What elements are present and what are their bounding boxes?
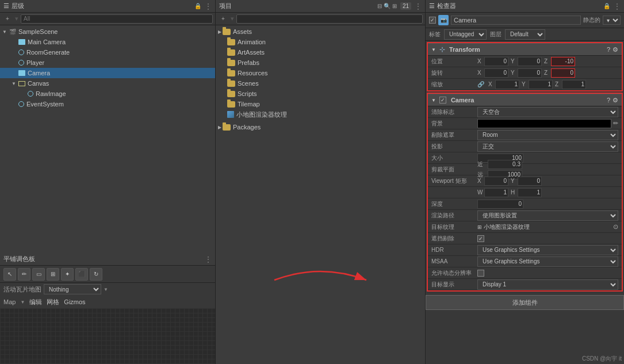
tilemap-active-dropdown[interactable]: Nothing [44,284,101,294]
target-display-dropdown[interactable]: Display 1 [477,279,618,290]
vp-x-input[interactable] [484,177,508,186]
scale-y-input[interactable] [529,80,553,89]
hierarchy-item-roomgenerate[interactable]: RoomGenerate [0,47,215,58]
project-item-scripts[interactable]: Scripts [216,89,425,99]
project-item-packages[interactable]: ▶ Packages [216,122,425,132]
depth-label: 深度 [431,200,477,208]
vp-w-input[interactable] [484,188,508,197]
tilemap-active-arrow: ▼ [104,287,108,292]
project-item-scenes[interactable]: Scenes [216,78,425,89]
tag-dropdown[interactable]: Untagged [444,29,487,40]
occlusion-checkbox[interactable] [477,235,484,242]
obj-name-input[interactable] [451,16,581,25]
transform-help-icon[interactable]: ? [607,46,610,53]
camera-active-checkbox[interactable] [439,97,446,104]
tilemap-edit-label[interactable]: 编辑 [29,298,42,306]
projection-dropdown[interactable]: 正交 [477,141,618,152]
near-input[interactable] [488,160,522,169]
vp-y-input[interactable] [518,177,542,186]
tilemap-more-icon[interactable]: ⋮ [205,255,212,263]
scale-z-input[interactable] [562,80,586,89]
occlusion-row: 遮挡剔除 [428,233,622,244]
transform-position-row: 位置 X Y Z [428,56,622,67]
hierarchy-add-button[interactable]: + [2,14,13,24]
project-item-resources[interactable]: Resources [216,68,425,78]
transform-component-icons: ? ⚙ [607,46,618,53]
hierarchy-lock-icon[interactable]: 🔒 [194,3,201,9]
camera-settings-icon[interactable]: ⚙ [612,97,618,104]
project-item-tilemaptexture[interactable]: 小地图渲染器纹理 [216,109,425,120]
hierarchy-item-eventsystem[interactable]: EventSystem [0,99,215,109]
red-arrow-svg [263,257,378,303]
project-item-assets[interactable]: ▶ Assets [216,26,425,37]
tilemap-gizmos-label[interactable]: Gizmos [64,298,85,305]
rot-y-input[interactable] [518,68,542,78]
project-search-input[interactable] [236,14,423,24]
size-label: 大小 [431,154,477,162]
project-more-icon[interactable]: ⋮ [415,2,422,10]
transform-title: Transform [449,46,480,53]
project-item-prefabs[interactable]: Prefabs [216,58,425,68]
render-path-dropdown[interactable]: 使用图形设置 [477,210,618,221]
hierarchy-item-rawimage[interactable]: RawImage [0,89,215,99]
viewport-label: Viewport 矩形 [431,177,477,185]
inspector-more-icon[interactable]: ⋮ [614,2,621,10]
camera-title: Camera [451,97,474,104]
add-component-button[interactable]: 添加组件 [426,295,624,310]
tilemap-grid-label[interactable]: 网格 [47,298,59,306]
rot-z-input[interactable] [551,68,575,78]
clipping-row: 剪裁平面 近 远 [428,164,622,175]
clear-flags-row: 清除标志 天空合 [428,106,622,118]
tilemap-fill-tool[interactable]: ⬛ [75,268,88,281]
hdr-dropdown[interactable]: Use Graphics Settings [477,245,618,255]
color-picker-icon[interactable]: ✏ [613,120,618,127]
vp-h-input[interactable] [518,188,542,197]
target-display-row: 目标显示 Display 1 [428,279,622,290]
project-item-animation[interactable]: Animation [216,37,425,47]
tilemap-select-tool[interactable]: ↖ [3,268,16,281]
projection-row: 投影 正交 [428,141,622,152]
tilemap-rotate-tool[interactable]: ↻ [90,268,102,281]
pos-z-input[interactable] [551,57,575,66]
tilemap-pick-tool[interactable]: ⊞ [47,268,59,281]
camera-help-icon[interactable]: ? [607,97,610,104]
camera-header[interactable]: ▼ Camera ? ⚙ [428,94,622,106]
project-item-artassets[interactable]: ArtAssets [216,47,425,58]
dynamic-res-checkbox[interactable] [477,270,484,277]
artassets-folder-icon [227,49,235,56]
background-color-swatch[interactable] [477,119,611,128]
project-add-button[interactable]: + [218,14,228,24]
culling-mask-dropdown[interactable]: Room [477,130,618,140]
hierarchy-search-input[interactable] [21,14,213,24]
hierarchy-item-camera[interactable]: Camera [0,68,215,78]
tilemap-paint-tool[interactable]: ✏ [18,268,30,281]
hierarchy-item-samplescene[interactable]: ▼ 🎬 SampleScene [0,26,215,37]
scale-x-input[interactable] [495,80,519,89]
obj-active-checkbox[interactable] [429,17,436,24]
tilemap-map-label: Map [3,298,16,305]
hierarchy-item-maincamera[interactable]: Main Camera [0,37,215,47]
project-count-badge: 21 [400,2,411,10]
arrow-area [216,196,425,365]
tilemap-rect-tool[interactable]: ▭ [32,268,45,281]
target-texture-select-icon[interactable]: ⊙ [613,223,618,231]
rot-x-input[interactable] [484,68,508,78]
project-item-tilemap[interactable]: Tilemap [216,99,425,109]
static-dropdown[interactable]: ▾ [603,16,621,25]
transform-rotation-row: 旋转 X Y Z [428,67,622,79]
hierarchy-more-icon[interactable]: ⋮ [205,2,212,10]
depth-input[interactable] [477,200,523,209]
pos-x-input[interactable] [484,57,508,66]
transform-header[interactable]: ▼ ⊹ Transform ? ⚙ [428,43,622,56]
inspector-panel-header: ☰ 检查器 🔒 ⋮ [426,0,624,13]
msaa-dropdown[interactable]: Use Graphics Settings [477,256,618,267]
layer-dropdown[interactable]: Default [505,29,545,40]
inspector-lock-icon[interactable]: 🔒 [603,3,610,9]
pos-y-input[interactable] [518,57,542,66]
transform-settings-icon[interactable]: ⚙ [612,46,618,53]
hierarchy-item-player[interactable]: Player [0,58,215,68]
tilemap-eyedrop-tool[interactable]: ✦ [61,268,74,281]
depth-row: 深度 [428,198,622,210]
clear-flags-dropdown[interactable]: 天空合 [477,107,618,117]
hierarchy-item-canvas[interactable]: ▼ Canvas [0,78,215,89]
